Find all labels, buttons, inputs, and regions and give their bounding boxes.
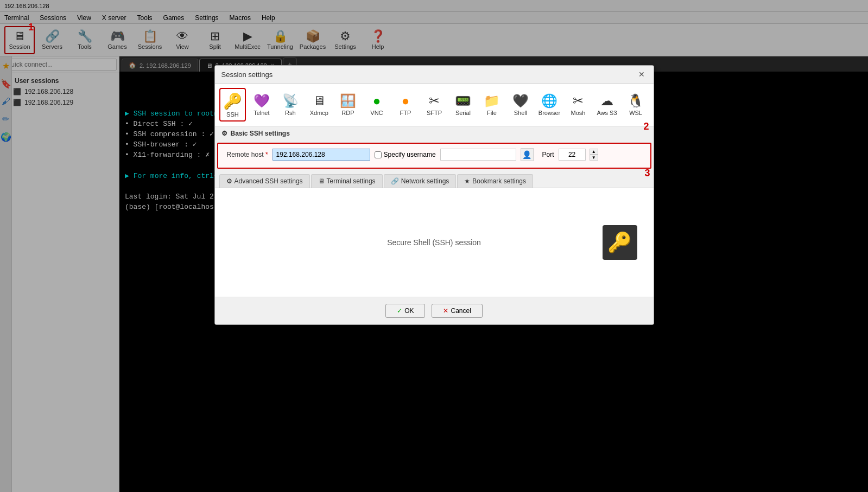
awss3-type-label: Aws S3: [597, 110, 617, 116]
session-type-awss3[interactable]: ☁ Aws S3: [594, 88, 620, 122]
dialog-footer: ✓ OK ✕ Cancel: [215, 297, 654, 324]
ftp-type-icon: ●: [402, 93, 410, 108]
tab-advanced-ssh[interactable]: ⚙ Advanced SSH settings: [219, 174, 310, 188]
dialog-title-bar: Session settings ✕: [215, 66, 654, 84]
vnc-type-label: VNC: [370, 110, 383, 116]
terminal-settings-tab-label: Terminal settings: [327, 177, 376, 185]
session-type-sftp[interactable]: ✂ SFTP: [421, 88, 447, 122]
session-type-wsl[interactable]: 🐧 WSL: [623, 88, 649, 122]
rsh-type-icon: 📡: [282, 93, 299, 108]
session-type-file[interactable]: 📁 File: [478, 88, 505, 122]
required-asterisk: *: [265, 151, 268, 158]
dialog-overlay: Session settings ✕ 🔑 SSH 💜 Telnet 📡 Rsh …: [0, 0, 868, 492]
remote-host-row: Remote host * Specify username 👤 Port ▲ …: [217, 143, 651, 169]
advanced-ssh-tab-icon: ⚙: [226, 177, 232, 185]
username-input[interactable]: [440, 149, 516, 161]
mosh-type-label: Mosh: [571, 110, 586, 116]
ok-check-icon: ✓: [397, 307, 402, 315]
serial-type-icon: 📟: [455, 93, 471, 108]
person-lookup-button[interactable]: 👤: [521, 148, 534, 161]
dialog-close-button[interactable]: ✕: [636, 69, 647, 80]
bookmark-settings-tab-label: Bookmark settings: [472, 177, 526, 185]
shell-type-icon: 🖤: [512, 93, 529, 108]
shell-type-label: Shell: [514, 110, 527, 116]
xdmcp-type-label: Xdmcp: [310, 110, 328, 116]
browser-type-icon: 🌐: [541, 93, 557, 108]
sftp-type-icon: ✂: [429, 93, 440, 108]
settings-icon: ⚙: [221, 130, 227, 137]
file-type-label: File: [487, 110, 497, 116]
basic-settings-title: Basic SSH settings: [231, 130, 290, 137]
awss3-type-icon: ☁: [600, 93, 613, 108]
tab-network-settings[interactable]: 🔗 Network settings: [384, 174, 457, 188]
cancel-label: Cancel: [451, 307, 471, 315]
annotation-3: 3: [644, 168, 650, 179]
ok-button[interactable]: ✓ OK: [385, 304, 425, 318]
ftp-type-label: FTP: [400, 110, 411, 116]
session-type-vnc[interactable]: ● VNC: [363, 88, 390, 122]
browser-type-label: Browser: [538, 110, 560, 116]
session-type-ssh[interactable]: 🔑 SSH: [219, 88, 246, 122]
session-type-browser[interactable]: 🌐 Browser: [536, 88, 563, 122]
cancel-button[interactable]: ✕ Cancel: [432, 304, 482, 318]
session-type-rsh[interactable]: 📡 Rsh: [277, 88, 303, 122]
session-type-telnet[interactable]: 💜 Telnet: [248, 88, 275, 122]
basic-settings-section: 2 ⚙ Basic SSH settings Remote host * Spe…: [215, 126, 654, 169]
settings-tabs: ⚙ Advanced SSH settings 🖥 Terminal setti…: [215, 171, 654, 188]
ok-label: OK: [404, 307, 414, 315]
vnc-type-icon: ●: [373, 93, 381, 108]
port-spinner: ▲ ▼: [590, 149, 598, 161]
port-label: Port: [542, 151, 554, 158]
session-type-shell[interactable]: 🖤 Shell: [507, 88, 534, 122]
dialog-title: Session settings: [221, 71, 273, 79]
session-types-row: 🔑 SSH 💜 Telnet 📡 Rsh 🖥 Xdmcp 🪟 RDP ●: [215, 84, 654, 126]
advanced-ssh-tab-label: Advanced SSH settings: [235, 177, 303, 185]
ssh-description: Secure Shell (SSH) session: [387, 238, 481, 247]
specify-username-checkbox[interactable]: [375, 151, 382, 158]
file-type-icon: 📁: [484, 93, 500, 108]
cancel-x-icon: ✕: [443, 307, 448, 315]
session-type-serial[interactable]: 📟 Serial: [449, 88, 476, 122]
telnet-type-icon: 💜: [254, 93, 270, 108]
ssh-type-label: SSH: [226, 111, 239, 118]
annotation-2: 2: [643, 121, 649, 132]
settings-content: Secure Shell (SSH) session 🔑: [215, 188, 654, 297]
remote-host-label: Remote host *: [227, 151, 268, 158]
telnet-type-label: Telnet: [254, 110, 269, 116]
tab-bookmark-settings[interactable]: ★ Bookmark settings: [457, 174, 533, 188]
session-type-mosh[interactable]: ✂ Mosh: [565, 88, 592, 122]
xdmcp-type-icon: 🖥: [313, 93, 326, 108]
settings-tabs-section: 3 ⚙ Advanced SSH settings 🖥 Terminal set…: [215, 171, 654, 188]
rdp-type-icon: 🪟: [340, 93, 356, 108]
bookmark-settings-tab-icon: ★: [464, 177, 470, 185]
mosh-type-icon: ✂: [573, 93, 584, 108]
sftp-type-label: SFTP: [427, 110, 442, 116]
rdp-type-label: RDP: [341, 110, 354, 116]
serial-type-label: Serial: [455, 110, 471, 116]
network-settings-tab-icon: 🔗: [391, 177, 399, 185]
network-settings-tab-label: Network settings: [401, 177, 449, 185]
basic-settings-header: ⚙ Basic SSH settings: [215, 126, 654, 140]
key-icon-large: 🔑: [603, 225, 637, 260]
session-type-rdp[interactable]: 🪟 RDP: [334, 88, 361, 122]
session-settings-dialog: Session settings ✕ 🔑 SSH 💜 Telnet 📡 Rsh …: [214, 65, 654, 325]
port-down-button[interactable]: ▼: [590, 155, 598, 161]
session-type-ftp[interactable]: ● FTP: [392, 88, 419, 122]
specify-username-label: Specify username: [375, 151, 436, 158]
port-up-button[interactable]: ▲: [590, 149, 598, 155]
ssh-type-icon: 🔑: [223, 92, 242, 110]
wsl-type-label: WSL: [629, 110, 642, 116]
wsl-type-icon: 🐧: [628, 93, 644, 108]
tab-terminal-settings[interactable]: 🖥 Terminal settings: [311, 174, 383, 188]
session-type-xdmcp[interactable]: 🖥 Xdmcp: [306, 88, 332, 122]
terminal-settings-tab-icon: 🖥: [318, 177, 325, 185]
key-icon: 🔑: [607, 231, 632, 254]
rsh-type-label: Rsh: [285, 110, 296, 116]
remote-host-input[interactable]: [273, 149, 370, 161]
port-input[interactable]: [559, 149, 586, 161]
